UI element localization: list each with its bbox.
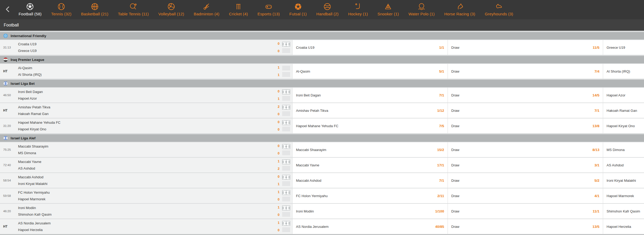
- match-summary[interactable]: HTAS Nordia JerusalemHapoel Herzelia10: [0, 219, 293, 234]
- match-summary[interactable]: 31:13Croatia U19Greece U1900: [0, 40, 293, 55]
- nav-item-cricket[interactable]: Cricket (4): [229, 2, 248, 16]
- league-header[interactable]: Israel Liga Alef: [0, 134, 644, 142]
- draw-odds-cell[interactable]: Draw13/5: [448, 219, 603, 234]
- pitch-tracker-icon[interactable]: [282, 175, 290, 180]
- pitch-tracker-icon[interactable]: [282, 105, 290, 110]
- draw-odds-cell[interactable]: Draw4/1: [448, 188, 603, 203]
- home-odds-cell[interactable]: Maccabi Yavne17/1: [293, 158, 448, 172]
- league-header[interactable]: Iraq Premier League: [0, 56, 644, 63]
- home-odds-cell[interactable]: Ironi Modiin1/100: [293, 204, 448, 219]
- match-row[interactable]: 31:20Hapoel Mahane Yehuda FCHapoel Kirya…: [0, 118, 644, 133]
- match-summary[interactable]: 75:25Maccabi ShaarayimMS Dimona00: [0, 142, 293, 157]
- away-odds-cell[interactable]: Hapoel Herzelia: [603, 219, 644, 234]
- home-odds-cell[interactable]: AS Nordia Jerusalem40/85: [293, 219, 448, 234]
- draw-odds-cell[interactable]: Draw13/8: [448, 118, 603, 133]
- match-summary[interactable]: 59:58FC Holon YermiyahuHapoel Marmorek10: [0, 188, 293, 203]
- match-row[interactable]: 75:25Maccabi ShaarayimMS Dimona00Maccabi…: [0, 142, 644, 157]
- away-odds-cell[interactable]: AS Ashdod: [603, 158, 644, 172]
- nav-item-greyhounds[interactable]: Greyhounds (3): [485, 2, 513, 16]
- stat-placeholder[interactable]: [282, 66, 290, 70]
- away-odds-cell[interactable]: Hakoah Ramat Gan: [603, 103, 644, 118]
- stat-placeholder[interactable]: [282, 212, 290, 217]
- pitch-tracker-icon[interactable]: [282, 120, 290, 125]
- stat-placeholder[interactable]: [282, 48, 290, 53]
- match-summary[interactable]: 58:54Maccabi AshdodIroni Kiryat Malakhi0…: [0, 173, 293, 188]
- home-selection-name: Maccabi Shaarayim: [296, 148, 326, 152]
- away-odds-cell[interactable]: Hapoel Marmorek: [603, 188, 644, 203]
- pitch-tracker-icon[interactable]: [282, 206, 290, 210]
- home-odds-cell[interactable]: Al-Qasim5/1: [293, 64, 448, 79]
- match-row[interactable]: HTAl-QasimAl Shorta (IRQ)11Al-Qasim5/1Dr…: [0, 64, 644, 79]
- match-row[interactable]: HTAS Nordia JerusalemHapoel Herzelia10AS…: [0, 219, 644, 234]
- nav-item-snooker[interactable]: Snooker (1): [377, 2, 399, 16]
- draw-odds-cell[interactable]: Draw11/5: [448, 40, 603, 55]
- stat-placeholder[interactable]: [282, 111, 290, 116]
- home-odds-cell[interactable]: Maccabi Ashdod7/1: [293, 173, 448, 188]
- match-summary[interactable]: 72:40Maccabi YavneAS Ashdod12: [0, 158, 293, 172]
- nav-item-futsal[interactable]: Futsal (1): [289, 2, 307, 16]
- home-odds-cell[interactable]: FC Holon Yermiyahu2/11: [293, 188, 448, 203]
- nav-item-badminton[interactable]: Badminton (4): [194, 2, 220, 16]
- home-odds-cell[interactable]: Croatia U191/1: [293, 40, 448, 55]
- home-odds-cell[interactable]: Amishav Petah Tikva1/12: [293, 103, 448, 118]
- away-odds-cell[interactable]: Hapoel Azor: [603, 88, 644, 103]
- match-time: 46:50: [3, 94, 11, 97]
- basketball-icon: [91, 2, 99, 11]
- nav-item-horse-racing[interactable]: Horse Racing (3): [444, 2, 475, 16]
- match-row[interactable]: 72:40Maccabi YavneAS Ashdod12Maccabi Yav…: [0, 158, 644, 172]
- stat-placeholder[interactable]: [282, 150, 290, 155]
- league-header[interactable]: Israel Liga Bet: [0, 80, 644, 87]
- draw-odds-cell[interactable]: Draw7/1: [448, 103, 603, 118]
- league-header[interactable]: International Friendly: [0, 32, 644, 39]
- stat-placeholder[interactable]: [282, 72, 290, 77]
- stat-placeholder[interactable]: [282, 197, 290, 201]
- away-odds-cell[interactable]: Ironi Kiryat Malakhi: [603, 173, 644, 188]
- stat-placeholder[interactable]: [282, 181, 290, 186]
- nav-item-volleyball[interactable]: Volleyball (12): [158, 2, 184, 16]
- match-summary[interactable]: HTAmishav Petah TikvaHakoah Ramat Gan20: [0, 103, 293, 118]
- match-row[interactable]: 31:13Croatia U19Greece U1900Croatia U191…: [0, 40, 644, 55]
- draw-odds-cell[interactable]: Draw11/1: [448, 204, 603, 219]
- pitch-tracker-icon[interactable]: [282, 42, 290, 47]
- stat-placeholder[interactable]: [282, 127, 290, 131]
- nav-item-tennis[interactable]: Tennis (32): [51, 2, 71, 16]
- home-odds-cell[interactable]: Maccabi Shaarayim15/2: [293, 142, 448, 157]
- match-summary[interactable]: HTAl-QasimAl Shorta (IRQ)11: [0, 64, 293, 79]
- pitch-tracker-icon[interactable]: [282, 90, 290, 94]
- nav-item-table-tennis[interactable]: Table Tennis (11): [118, 2, 149, 16]
- nav-item-football[interactable]: Football (58): [19, 2, 42, 16]
- away-odds-cell[interactable]: Shimshon Kafr Qasim: [603, 204, 644, 219]
- draw-odds-cell[interactable]: Draw3/1: [448, 158, 603, 172]
- stat-placeholder[interactable]: [282, 96, 290, 101]
- pitch-tracker-icon[interactable]: [282, 144, 290, 149]
- away-odds-cell[interactable]: MS Dimona: [603, 142, 644, 157]
- nav-item-hockey[interactable]: Hockey (1): [348, 2, 368, 16]
- away-odds-cell[interactable]: Hapoel Kiryat Ono: [603, 118, 644, 133]
- away-odds-cell[interactable]: Al Shorta (IRQ): [603, 64, 644, 79]
- away-odds-cell[interactable]: Greece U19: [603, 40, 644, 55]
- match-row[interactable]: HTAmishav Petah TikvaHakoah Ramat Gan20A…: [0, 103, 644, 118]
- home-odds-cell[interactable]: Hapoel Mahane Yehuda FC7/5: [293, 118, 448, 133]
- pitch-tracker-icon[interactable]: [282, 190, 290, 195]
- pitch-tracker-icon[interactable]: [282, 221, 290, 226]
- draw-odds-cell[interactable]: Draw14/5: [448, 88, 603, 103]
- match-summary[interactable]: 46:20Ironi ModiinShimshon Kafr Qasim10: [0, 204, 293, 219]
- match-row[interactable]: 58:54Maccabi AshdodIroni Kiryat Malakhi0…: [0, 173, 644, 188]
- draw-odds-cell[interactable]: Draw7/4: [448, 64, 603, 79]
- match-summary[interactable]: 31:20Hapoel Mahane Yehuda FCHapoel Kirya…: [0, 118, 293, 133]
- draw-odds-cell[interactable]: Draw5/2: [448, 173, 603, 188]
- stat-placeholder[interactable]: [282, 227, 290, 232]
- nav-item-basketball[interactable]: Basketball (21): [81, 2, 108, 16]
- match-summary[interactable]: 46:50Ironi Beit DaganHapoel Azor01: [0, 88, 293, 103]
- nav-item-handball[interactable]: Handball (2): [316, 2, 338, 16]
- nav-item-esports[interactable]: Esports (13): [257, 2, 280, 16]
- back-button[interactable]: [0, 0, 15, 19]
- pitch-tracker-icon[interactable]: [282, 159, 290, 164]
- match-row[interactable]: 59:58FC Holon YermiyahuHapoel Marmorek10…: [0, 188, 644, 203]
- match-row[interactable]: 46:20Ironi ModiinShimshon Kafr Qasim10Ir…: [0, 204, 644, 219]
- stat-placeholder[interactable]: [282, 166, 290, 171]
- nav-item-water-polo[interactable]: Water Polo (1): [409, 2, 435, 16]
- draw-odds-cell[interactable]: Draw8/13: [448, 142, 603, 157]
- home-odds-cell[interactable]: Ironi Beit Dagan7/1: [293, 88, 448, 103]
- match-row[interactable]: 46:50Ironi Beit DaganHapoel Azor01Ironi …: [0, 88, 644, 103]
